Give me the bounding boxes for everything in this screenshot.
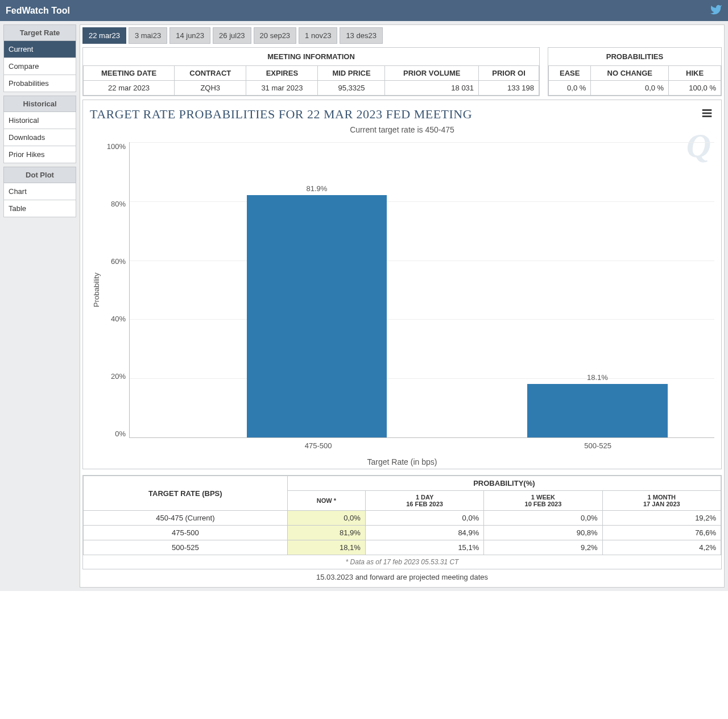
- col-period: NOW *: [287, 491, 365, 511]
- sidebar-item-downloads[interactable]: Downloads: [3, 129, 76, 146]
- hamburger-icon: [701, 113, 713, 121]
- projection-note: 15.03.2023 and forward are projected mee…: [82, 569, 722, 585]
- cell-probability: 90,8%: [484, 526, 602, 540]
- cell-expires: 31 mar 2023: [246, 81, 318, 96]
- ytick: 60%: [103, 257, 126, 266]
- meeting-information-box: MEETING INFORMATION MEETING DATE CONTRAC…: [82, 47, 540, 96]
- bar-value-label: 18.1%: [587, 373, 608, 382]
- cell-target-rate: 450-475 (Current): [84, 511, 288, 526]
- sidebar-item-historical[interactable]: Historical: [3, 112, 76, 129]
- meeting-tabs: 22 mar23 3 mai23 14 jun23 26 jul23 20 se…: [82, 27, 722, 44]
- cell-probability: 81,9%: [287, 526, 365, 540]
- bar-value-label: 81.9%: [307, 184, 328, 193]
- cell-probability: 76,6%: [602, 526, 721, 540]
- sidebar-item-table[interactable]: Table: [3, 200, 76, 217]
- cell-target-rate: 500-525: [84, 540, 288, 555]
- col-ease: EASE: [549, 66, 591, 81]
- tab-14jun23[interactable]: 14 jun23: [169, 27, 210, 44]
- table-row: 450-475 (Current)0,0%0,0%0,0%19,2%: [84, 511, 721, 526]
- probabilities-table: EASE NO CHANGE HIKE 0,0 % 0,0 % 100,0 %: [548, 65, 721, 96]
- ytick: 100%: [103, 142, 126, 151]
- xaxis-tick: 500-525: [528, 441, 668, 450]
- bar: 18.1%: [527, 373, 668, 437]
- meeting-info-title: MEETING INFORMATION: [83, 48, 539, 65]
- twitter-icon[interactable]: [710, 3, 722, 18]
- cell-target-rate: 475-500: [84, 526, 288, 540]
- cell-meeting-date: 22 mar 2023: [84, 81, 175, 96]
- table-row: 0,0 % 0,0 % 100,0 %: [549, 81, 721, 96]
- bar-rect: [527, 384, 668, 437]
- sidebar-group-target-rate: Target Rate: [3, 24, 76, 41]
- bar-rect: [247, 195, 387, 437]
- cell-probability: 18,1%: [287, 540, 365, 555]
- main-content: 22 mar23 3 mai23 14 jun23 26 jul23 20 se…: [80, 24, 725, 588]
- ytick: 0%: [103, 429, 126, 438]
- sidebar-item-prior-hikes[interactable]: Prior Hikes: [3, 146, 76, 163]
- cell-hike: 100,0 %: [669, 81, 721, 96]
- tab-1nov23[interactable]: 1 nov23: [299, 27, 337, 44]
- table-row: 475-50081,9%84,9%90,8%76,6%: [84, 526, 721, 540]
- sidebar-item-chart[interactable]: Chart: [3, 183, 76, 200]
- probabilities-box: PROBABILITIES EASE NO CHANGE HIKE 0,0 % …: [548, 47, 722, 96]
- app-header: FedWatch Tool: [0, 0, 728, 21]
- probabilities-title: PROBABILITIES: [548, 48, 721, 65]
- sidebar: Target Rate Current Compare Probabilitie…: [3, 24, 76, 588]
- chart-menu-button[interactable]: [701, 107, 713, 121]
- tab-22mar23[interactable]: 22 mar23: [82, 27, 126, 44]
- tab-20sep23[interactable]: 20 sep23: [254, 27, 297, 44]
- cell-probability: 0,0%: [365, 511, 483, 526]
- table-row: 22 mar 2023 ZQH3 31 mar 2023 95,3325 18 …: [84, 81, 539, 96]
- cell-prior-volume: 18 031: [385, 81, 479, 96]
- tab-26jul23[interactable]: 26 jul23: [213, 27, 251, 44]
- col-prior-oi: PRIOR OI: [479, 66, 539, 81]
- col-period: 1 MONTH17 JAN 2023: [602, 491, 721, 511]
- sidebar-item-probabilities[interactable]: Probabilities: [3, 75, 76, 92]
- col-period: 1 DAY16 FEB 2023: [365, 491, 483, 511]
- xaxis-label: Target Rate (in bps): [90, 457, 714, 466]
- ytick: 20%: [103, 372, 126, 381]
- col-no-change: NO CHANGE: [591, 66, 669, 81]
- cell-probability: 0,0%: [484, 511, 602, 526]
- cell-probability: 19,2%: [602, 511, 721, 526]
- sidebar-group-dot-plot: Dot Plot: [3, 167, 76, 183]
- xaxis-tick: 475-500: [249, 441, 388, 450]
- col-expires: EXPIRES: [246, 66, 318, 81]
- meeting-info-table: MEETING DATE CONTRACT EXPIRES MID PRICE …: [83, 65, 539, 96]
- cell-ease: 0,0 %: [549, 81, 591, 96]
- cell-no-change: 0,0 %: [591, 81, 669, 96]
- col-period: 1 WEEK10 FEB 2023: [484, 491, 602, 511]
- col-mid-price: MID PRICE: [318, 66, 385, 81]
- bar: 81.9%: [247, 184, 387, 437]
- sidebar-item-compare[interactable]: Compare: [3, 58, 76, 75]
- sidebar-item-current[interactable]: Current: [3, 41, 76, 58]
- probability-history-table: TARGET RATE (BPS) PROBABILITY(%) NOW *1 …: [82, 475, 722, 569]
- tab-13des23[interactable]: 13 des23: [340, 27, 383, 44]
- col-probability: PROBABILITY(%): [287, 476, 721, 491]
- yaxis-label: Probability: [90, 142, 103, 438]
- cell-probability: 4,2%: [602, 540, 721, 555]
- yaxis-ticks: 100% 80% 60% 40% 20% 0%: [103, 142, 129, 438]
- plot-area: 81.9%18.1%: [129, 142, 714, 438]
- cell-probability: 15,1%: [365, 540, 483, 555]
- col-contract: CONTRACT: [175, 66, 246, 81]
- cell-probability: 9,2%: [484, 540, 602, 555]
- col-prior-volume: PRIOR VOLUME: [385, 66, 479, 81]
- cell-mid-price: 95,3325: [318, 81, 385, 96]
- chart-panel: TARGET RATE PROBABILITIES FOR 22 MAR 202…: [82, 100, 722, 469]
- col-meeting-date: MEETING DATE: [84, 66, 175, 81]
- cell-contract: ZQH3: [175, 81, 246, 96]
- tab-3mai23[interactable]: 3 mai23: [129, 27, 167, 44]
- data-footnote: * Data as of 17 feb 2023 05.53.31 CT: [83, 555, 721, 569]
- col-hike: HIKE: [669, 66, 721, 81]
- sidebar-group-historical: Historical: [3, 96, 76, 112]
- cell-probability: 84,9%: [365, 526, 483, 540]
- app-title: FedWatch Tool: [6, 6, 70, 16]
- xaxis-ticks: 475-500500-525: [132, 441, 714, 453]
- cell-prior-oi: 133 198: [479, 81, 539, 96]
- cell-probability: 0,0%: [287, 511, 365, 526]
- chart-subtitle: Current target rate is 450-475: [90, 125, 714, 134]
- ytick: 80%: [103, 200, 126, 208]
- chart-title: TARGET RATE PROBABILITIES FOR 22 MAR 202…: [90, 107, 714, 122]
- table-row: 500-52518,1%15,1%9,2%4,2%: [84, 540, 721, 555]
- col-target-rate: TARGET RATE (BPS): [84, 476, 288, 511]
